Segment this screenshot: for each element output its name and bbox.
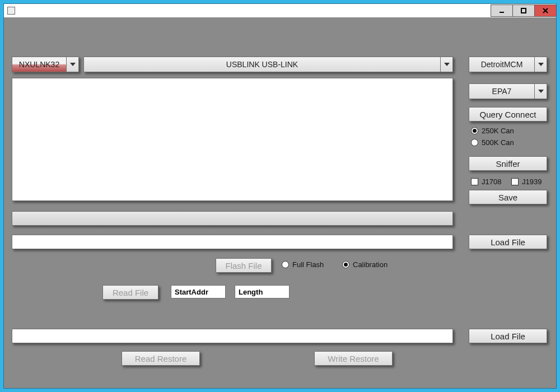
startaddr-field[interactable]: StartAddr (171, 285, 226, 298)
full-flash-radio[interactable]: Full Flash (282, 260, 324, 269)
calibration-radio[interactable]: Calibration (342, 260, 388, 269)
j1939-label: J1939 (522, 178, 542, 186)
load-file-button-1[interactable]: Load File (469, 235, 547, 249)
chevron-down-icon (440, 57, 452, 72)
app-icon (7, 7, 15, 15)
load-file-label-2: Load File (491, 332, 525, 341)
chevron-down-icon (534, 57, 547, 72)
titlebar (4, 4, 556, 17)
radio-dot-icon (471, 139, 478, 146)
adapter-combo[interactable]: NXULNK32 (12, 57, 79, 72)
maximize-button[interactable] (512, 4, 535, 17)
client-area: NXULNK32 USBLINK USB-LINK DetroitMCM EPA… (4, 17, 556, 388)
read-restore-button[interactable]: Read Restore (122, 351, 200, 366)
j1708-label: J1708 (482, 178, 501, 186)
progress-bar (12, 211, 453, 226)
flash-file-button[interactable]: Flash File (216, 258, 272, 273)
ecu-combo[interactable]: DetroitMCM (469, 57, 547, 72)
radio-dot-icon (282, 261, 289, 268)
flash-path-field[interactable] (12, 235, 453, 249)
save-button[interactable]: Save (469, 190, 547, 204)
save-label: Save (498, 193, 517, 202)
close-button[interactable] (534, 4, 557, 17)
load-file-button-2[interactable]: Load File (469, 329, 547, 343)
j1708-checkbox[interactable]: J1708 (471, 178, 501, 186)
read-file-button[interactable]: Read File (102, 285, 158, 300)
device-combo[interactable]: USBLINK USB-LINK (83, 57, 453, 72)
emission-combo-label: EPA7 (469, 84, 534, 99)
radio-dot-icon (342, 261, 349, 268)
full-flash-label: Full Flash (292, 260, 324, 269)
chevron-down-icon (534, 84, 547, 99)
restore-path-field[interactable] (12, 329, 453, 343)
j1939-checkbox[interactable]: J1939 (511, 178, 542, 186)
radio-dot-icon (471, 127, 478, 134)
read-restore-label: Read Restore (135, 354, 187, 363)
emission-combo[interactable]: EPA7 (469, 83, 547, 99)
can-250k-label: 250K Can (482, 127, 514, 135)
svg-marker-6 (538, 63, 544, 66)
app-window: NXULNK32 USBLINK USB-LINK DetroitMCM EPA… (3, 3, 557, 389)
can-500k-label: 500K Can (482, 138, 514, 147)
svg-marker-5 (444, 63, 450, 66)
flash-file-label: Flash File (225, 261, 262, 270)
query-connect-label: Query Connect (480, 110, 536, 119)
adapter-combo-label: NXULNK32 (12, 57, 66, 72)
can-250k-radio[interactable]: 250K Can (471, 127, 514, 135)
checkbox-icon (471, 178, 478, 185)
query-connect-button[interactable]: Query Connect (469, 107, 547, 122)
sniffer-button[interactable]: Sniffer (469, 156, 547, 171)
log-listbox[interactable] (12, 78, 453, 201)
checkbox-icon (511, 178, 519, 185)
length-field[interactable]: Length (235, 285, 290, 298)
chevron-down-icon (66, 57, 78, 72)
startaddr-label: StartAddr (175, 288, 208, 296)
write-restore-label: Write Restore (328, 354, 379, 363)
svg-rect-1 (521, 8, 526, 13)
load-file-label-1: Load File (491, 237, 525, 247)
minimize-button[interactable] (491, 4, 513, 17)
svg-marker-7 (538, 90, 544, 93)
device-combo-label: USBLINK USB-LINK (84, 57, 440, 72)
ecu-combo-label: DetroitMCM (469, 57, 534, 72)
svg-marker-4 (70, 63, 76, 66)
read-file-label: Read File (113, 288, 148, 297)
calibration-label: Calibration (353, 260, 388, 269)
can-500k-radio[interactable]: 500K Can (471, 138, 514, 147)
sniffer-label: Sniffer (496, 159, 520, 169)
length-label: Length (239, 288, 263, 296)
write-restore-button[interactable]: Write Restore (314, 351, 393, 366)
